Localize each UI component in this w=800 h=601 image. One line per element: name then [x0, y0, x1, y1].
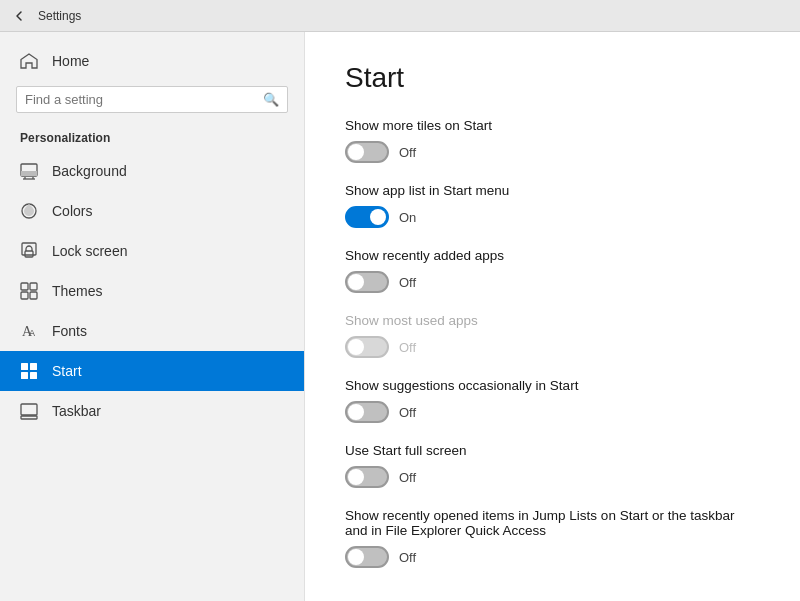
setting-app-list: Show app list in Start menu On [345, 183, 760, 228]
toggle-suggestions[interactable] [345, 401, 389, 423]
toggle-row: Off [345, 336, 760, 358]
sidebar-home-label: Home [52, 53, 89, 69]
sidebar-item-label: Taskbar [52, 403, 101, 419]
svg-rect-19 [21, 416, 37, 419]
home-icon [20, 52, 38, 70]
setting-label: Show recently added apps [345, 248, 760, 263]
sidebar-item-lockscreen[interactable]: Lock screen [0, 231, 304, 271]
svg-text:A: A [29, 328, 35, 338]
sidebar-item-fonts[interactable]: A A Fonts [0, 311, 304, 351]
svg-rect-11 [30, 292, 37, 299]
themes-icon [20, 282, 38, 300]
toggle-recently-opened[interactable] [345, 546, 389, 568]
toggle-state: Off [399, 550, 416, 565]
sidebar-item-label: Background [52, 163, 127, 179]
sidebar-item-home[interactable]: Home [0, 42, 304, 80]
sidebar-item-start[interactable]: Start [0, 351, 304, 391]
toggle-more-tiles[interactable] [345, 141, 389, 163]
sidebar: Home 🔍 Personalization Background [0, 32, 305, 601]
sidebar-section-label: Personalization [0, 123, 304, 151]
svg-rect-9 [30, 283, 37, 290]
toggle-full-screen[interactable] [345, 466, 389, 488]
sidebar-item-label: Start [52, 363, 82, 379]
setting-label: Show app list in Start menu [345, 183, 760, 198]
setting-more-tiles: Show more tiles on Start Off [345, 118, 760, 163]
sidebar-item-background[interactable]: Background [0, 151, 304, 191]
main-layout: Home 🔍 Personalization Background [0, 32, 800, 601]
svg-rect-18 [21, 404, 37, 415]
toggle-row: Off [345, 141, 760, 163]
toggle-app-list[interactable] [345, 206, 389, 228]
toggle-knob [348, 469, 364, 485]
sidebar-item-label: Themes [52, 283, 103, 299]
background-icon [20, 162, 38, 180]
sidebar-item-label: Fonts [52, 323, 87, 339]
setting-label: Show more tiles on Start [345, 118, 760, 133]
title-bar: Settings [0, 0, 800, 32]
sidebar-item-label: Colors [52, 203, 92, 219]
taskbar-icon [20, 402, 38, 420]
toggle-state: On [399, 210, 416, 225]
toggle-row: On [345, 206, 760, 228]
toggle-knob [348, 144, 364, 160]
svg-rect-1 [21, 171, 37, 176]
sidebar-item-label: Lock screen [52, 243, 127, 259]
search-input[interactable] [25, 92, 257, 107]
setting-recently-opened: Show recently opened items in Jump Lists… [345, 508, 760, 568]
toggle-state: Off [399, 275, 416, 290]
page-title: Start [345, 62, 760, 94]
sidebar-item-colors[interactable]: Colors [0, 191, 304, 231]
svg-rect-6 [22, 243, 36, 255]
setting-suggestions: Show suggestions occasionally in Start O… [345, 378, 760, 423]
svg-rect-10 [21, 292, 28, 299]
setting-label: Show recently opened items in Jump Lists… [345, 508, 760, 538]
svg-rect-17 [30, 372, 37, 379]
setting-label: Use Start full screen [345, 443, 760, 458]
content-area: Start Show more tiles on Start Off Show … [305, 32, 800, 601]
toggle-state: Off [399, 145, 416, 160]
colors-icon [20, 202, 38, 220]
svg-rect-8 [21, 283, 28, 290]
setting-recently-added: Show recently added apps Off [345, 248, 760, 293]
toggle-state: Off [399, 405, 416, 420]
toggle-knob [348, 339, 364, 355]
toggle-knob [348, 404, 364, 420]
toggle-row: Off [345, 466, 760, 488]
lockscreen-icon [20, 242, 38, 260]
toggle-knob [348, 549, 364, 565]
setting-label: Show suggestions occasionally in Start [345, 378, 760, 393]
setting-most-used: Show most used apps Off [345, 313, 760, 358]
toggle-row: Off [345, 401, 760, 423]
search-icon: 🔍 [263, 92, 279, 107]
setting-label-disabled: Show most used apps [345, 313, 760, 328]
start-icon [20, 362, 38, 380]
svg-rect-7 [25, 251, 33, 257]
toggle-most-used [345, 336, 389, 358]
toggle-knob [348, 274, 364, 290]
back-button[interactable] [10, 7, 28, 25]
sidebar-search-box[interactable]: 🔍 [16, 86, 288, 113]
window-title: Settings [38, 9, 81, 23]
setting-full-screen: Use Start full screen Off [345, 443, 760, 488]
svg-rect-14 [21, 363, 28, 370]
sidebar-item-themes[interactable]: Themes [0, 271, 304, 311]
sidebar-item-taskbar[interactable]: Taskbar [0, 391, 304, 431]
svg-rect-16 [21, 372, 28, 379]
fonts-icon: A A [20, 322, 38, 340]
toggle-row: Off [345, 271, 760, 293]
toggle-row: Off [345, 546, 760, 568]
toggle-recently-added[interactable] [345, 271, 389, 293]
toggle-state: Off [399, 470, 416, 485]
svg-rect-15 [30, 363, 37, 370]
toggle-state: Off [399, 340, 416, 355]
toggle-knob [370, 209, 386, 225]
